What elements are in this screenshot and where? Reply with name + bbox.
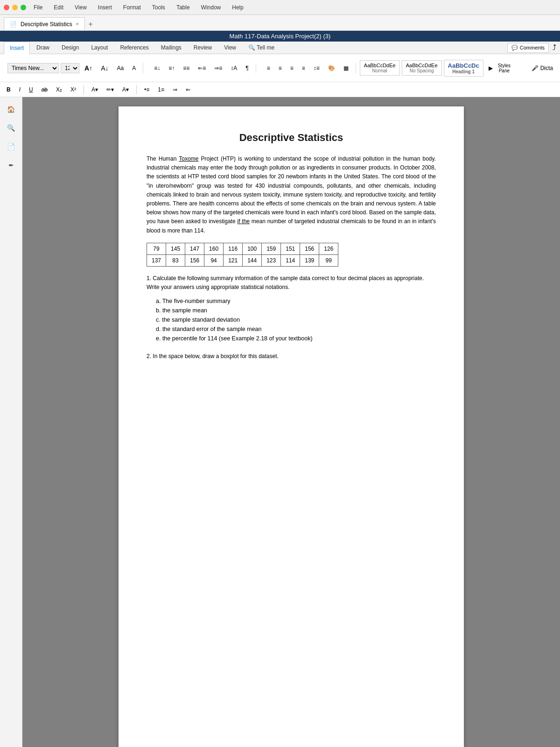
align-left-button[interactable]: ≡	[264, 63, 273, 73]
multilevel-button[interactable]: ≡≡	[180, 63, 193, 73]
menu-table[interactable]: Table	[175, 3, 192, 12]
tab-close-button[interactable]: ×	[76, 21, 79, 27]
shading-button[interactable]: 🎨	[325, 63, 338, 73]
justify-button[interactable]: ≡	[299, 63, 308, 73]
new-tab-button[interactable]: +	[85, 18, 97, 30]
superscript-button[interactable]: X²	[68, 85, 79, 94]
numbering-btn2[interactable]: 1≡	[155, 85, 167, 94]
data-table-container: 79 145 147 160 116 100 159 151 156 126 1…	[147, 243, 436, 267]
table-cell: 121	[224, 254, 243, 266]
ribbon-tabs: Insert Draw Design Layout References Mai…	[0, 42, 560, 54]
color-picker-button[interactable]: A▾	[119, 85, 132, 94]
menu-view[interactable]: View	[73, 3, 89, 12]
ribbon-group-font: Times New... 12 A↑ A↓ Aa A	[4, 63, 143, 74]
tab-descriptive-statistics[interactable]: 📄 Descriptive Statistics ×	[4, 17, 85, 30]
shrink-font-button[interactable]: A↓	[98, 63, 112, 74]
table-cell: 126	[319, 243, 338, 254]
question-1-text: 1. Calculate the following summary infor…	[147, 275, 424, 290]
styles-pane-button[interactable]: Styles Pane	[498, 63, 511, 73]
styles-expand-button[interactable]: ▶	[485, 63, 496, 73]
close-button[interactable]	[4, 5, 9, 10]
tab-icon: 📄	[10, 21, 17, 28]
menu-format[interactable]: Format	[121, 3, 143, 12]
q1b-text: b. the sample mean	[156, 307, 207, 314]
strikethrough-button[interactable]: ab	[39, 85, 50, 94]
menu-help[interactable]: Help	[230, 3, 245, 12]
dictate-button[interactable]: 🎤 Dicta	[528, 63, 556, 73]
menu-bar: File Edit View Insert Format Tools Table…	[32, 3, 245, 12]
font-size-dropdown[interactable]: 12	[61, 63, 79, 73]
table-cell: 123	[262, 254, 281, 266]
table-cell: 160	[204, 243, 224, 254]
maximize-button[interactable]	[21, 5, 26, 10]
style-normal[interactable]: AaBbCcDdEe Normal	[360, 60, 400, 76]
sidebar-page-icon[interactable]: 📄	[3, 138, 20, 155]
indent-btn[interactable]: ⇒	[170, 85, 180, 94]
menu-window[interactable]: Window	[199, 3, 223, 12]
align-center-button[interactable]: ≡	[275, 63, 285, 73]
separator2	[136, 85, 137, 94]
font-color-button[interactable]: A▾	[89, 85, 101, 94]
font-format-aa-button[interactable]: Aa	[113, 63, 127, 73]
bullets-btn2[interactable]: •≡	[141, 85, 152, 94]
line-spacing-button[interactable]: ↕≡	[310, 63, 323, 73]
ribbon-tab-layout[interactable]: Layout	[85, 42, 113, 54]
font-name-dropdown[interactable]: Times New...	[7, 63, 59, 73]
sidebar-search-icon[interactable]: 🔍	[3, 120, 20, 136]
sidebar: 🏠 🔍 📄 ✒	[0, 97, 22, 747]
table-cell: 100	[243, 243, 262, 254]
ribbon-tab-design[interactable]: Design	[56, 42, 84, 54]
grow-font-button[interactable]: A↑	[81, 63, 96, 74]
table-cell: 147	[185, 243, 204, 254]
align-right-button[interactable]: ≡	[287, 63, 297, 73]
ribbon-tab-tellme[interactable]: 🔍 Tell me	[243, 42, 280, 54]
ribbon-tab-review[interactable]: Review	[188, 42, 217, 54]
data-table: 79 145 147 160 116 100 159 151 156 126 1…	[147, 243, 338, 267]
highlight-button[interactable]: ✏▾	[104, 85, 117, 94]
underline-button[interactable]: U	[26, 85, 36, 94]
italic-button[interactable]: I	[16, 85, 23, 94]
ribbon-tab-view[interactable]: View	[218, 42, 242, 54]
app-layout: 🏠 🔍 📄 ✒ Descriptive Statistics The Human…	[0, 97, 560, 747]
style-heading1[interactable]: AaBbCcDc Heading 1	[444, 60, 483, 77]
subscript-button[interactable]: X₂	[53, 85, 65, 94]
table-cell: 83	[166, 254, 185, 266]
indent-decrease-button[interactable]: ⇐≡	[195, 63, 209, 73]
borders-button[interactable]: ▦	[340, 63, 352, 73]
table-cell: 99	[319, 254, 338, 266]
sort-button[interactable]: ↕A	[227, 63, 240, 73]
ribbon-tab-mailings[interactable]: Mailings	[155, 42, 187, 54]
outdent-btn[interactable]: ⇐	[183, 85, 193, 94]
bold-button[interactable]: B	[4, 85, 14, 94]
document-area[interactable]: Descriptive Statistics The Human Toxome …	[22, 97, 560, 747]
ribbon-tab-references[interactable]: References	[114, 42, 154, 54]
numbering-button[interactable]: ≡↑	[165, 63, 178, 73]
sidebar-style-icon[interactable]: ✒	[3, 157, 20, 174]
style-nospacing[interactable]: AaBbCcDdEe No Spacing	[402, 60, 442, 76]
question-1: 1. Calculate the following summary infor…	[147, 274, 436, 292]
table-cell: 145	[166, 243, 185, 254]
menu-edit[interactable]: Edit	[52, 3, 65, 12]
ribbon-group-align: ≡ ≡ ≡ ≡ ↕≡ 🎨 ▦	[260, 63, 356, 73]
comments-button[interactable]: 💬 Comments	[507, 43, 549, 53]
minimize-button[interactable]	[12, 5, 18, 10]
indent-increase-button[interactable]: ⇒≡	[211, 63, 225, 73]
q1a-text: a. The five-number summary	[156, 298, 231, 304]
comments-icon: 💬	[511, 45, 518, 51]
menu-tools[interactable]: Tools	[150, 3, 167, 12]
question-2-text: 2. In the space below, draw a boxplot fo…	[147, 353, 279, 359]
share-icon: ⤴	[553, 43, 556, 52]
questions-section: 1. Calculate the following summary infor…	[147, 274, 436, 361]
ribbon-tab-insert[interactable]: Insert	[4, 42, 30, 54]
menu-file[interactable]: File	[32, 3, 44, 12]
comments-label: Comments	[520, 45, 545, 50]
bullets-button[interactable]: ≡↓	[151, 63, 163, 73]
show-formatting-button[interactable]: ¶	[242, 63, 252, 73]
body-paragraph: The Human Toxome Project (HTP) is workin…	[147, 155, 436, 235]
clear-format-button[interactable]: A	[129, 63, 139, 73]
ribbon-tab-draw[interactable]: Draw	[31, 42, 55, 54]
document-title-row: Math 117-Data Analysis Project(2) (3)	[0, 31, 560, 42]
menu-insert[interactable]: Insert	[96, 3, 114, 12]
ribbon-styles-group: AaBbCcDdEe Normal AaBbCcDdEe No Spacing …	[360, 60, 511, 77]
sidebar-home-icon[interactable]: 🏠	[3, 101, 20, 118]
